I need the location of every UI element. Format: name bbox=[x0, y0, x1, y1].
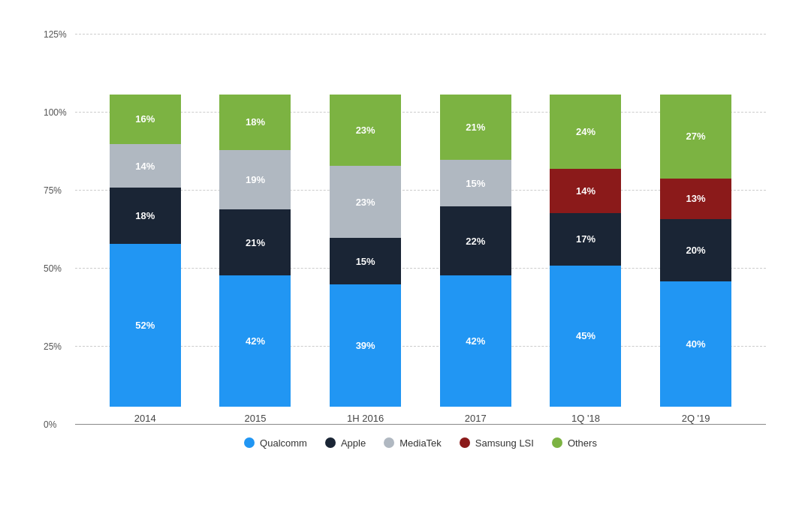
bar-group-2017: 42%22%15%21%2017 bbox=[430, 95, 520, 424]
legend-label: Samsung LSI bbox=[475, 437, 534, 449]
bar-segment-mediatek: 14% bbox=[110, 144, 181, 188]
legend-item-qualcomm: Qualcomm bbox=[244, 437, 307, 449]
bar-segment-qualcomm: 40% bbox=[660, 281, 731, 406]
y-tick-50: 50% bbox=[44, 263, 62, 274]
bar-segment-mediatek: 15% bbox=[440, 160, 511, 206]
bars-wrapper: 52%18%14%16%201442%21%19%18%201539%15%23… bbox=[75, 34, 766, 424]
bar-segment-apple: 15% bbox=[330, 238, 401, 284]
legend-dot-qualcomm bbox=[244, 437, 255, 448]
bar-group-1H2016: 39%15%23%23%1H 2016 bbox=[321, 95, 411, 424]
bar-segment-apple: 21% bbox=[219, 209, 291, 275]
y-tick-25: 25% bbox=[44, 341, 62, 352]
y-tick-125: 125% bbox=[44, 29, 67, 40]
bar-group-2014: 52%18%14%16%2014 bbox=[100, 95, 190, 424]
bar-segment-others: 21% bbox=[440, 95, 511, 160]
chart-area: 125% 100% 75% 50% 25% 0% 52% bbox=[75, 34, 766, 424]
bar-segment-qualcomm: 42% bbox=[219, 275, 291, 407]
legend-label: Apple bbox=[341, 437, 366, 449]
legend-label: MediaTek bbox=[399, 437, 442, 449]
legend: QualcommAppleMediaTekSamsung LSIOthers bbox=[75, 437, 766, 449]
grid-line-0: 0% bbox=[75, 424, 766, 425]
bar-segment-mediatek: 23% bbox=[330, 166, 401, 238]
bar-segment-qualcomm: 45% bbox=[550, 266, 621, 406]
bar-segment-apple: 20% bbox=[660, 219, 731, 281]
legend-item-mediatek: MediaTek bbox=[384, 437, 442, 449]
bar-segment-qualcomm: 39% bbox=[330, 284, 401, 406]
bar-segment-samsung: 13% bbox=[660, 179, 731, 219]
x-axis-label: 1Q '18 bbox=[571, 413, 600, 424]
bar-segment-others: 24% bbox=[550, 95, 621, 170]
bar-group-1Q'18: 45%17%14%24%1Q '18 bbox=[541, 95, 631, 424]
x-axis-label: 2015 bbox=[245, 413, 267, 424]
bar-segment-others: 27% bbox=[660, 95, 731, 179]
legend-item-apple: Apple bbox=[325, 437, 366, 449]
legend-dot-apple bbox=[325, 437, 336, 448]
bar-segment-samsung: 14% bbox=[550, 169, 621, 212]
y-tick-75: 75% bbox=[44, 185, 62, 196]
bar-segment-apple: 18% bbox=[110, 188, 181, 244]
bar-group-2015: 42%21%19%18%2015 bbox=[210, 95, 300, 424]
legend-label: Others bbox=[568, 437, 597, 449]
legend-item-samsung-lsi: Samsung LSI bbox=[460, 437, 534, 449]
bar-segment-apple: 22% bbox=[440, 206, 511, 275]
y-tick-0: 0% bbox=[44, 419, 56, 430]
bar-segment-others: 16% bbox=[110, 95, 181, 145]
bar-segment-mediatek: 19% bbox=[219, 150, 291, 209]
bar-segment-apple: 17% bbox=[550, 213, 621, 266]
chart-container: 125% 100% 75% 50% 25% 0% 52% bbox=[23, 19, 788, 514]
bar-segment-qualcomm: 42% bbox=[440, 275, 511, 407]
bar-segment-others: 18% bbox=[219, 95, 291, 151]
legend-item-others: Others bbox=[552, 437, 597, 449]
legend-dot-mediatek bbox=[384, 437, 394, 448]
legend-label: Qualcomm bbox=[260, 437, 307, 449]
y-tick-100: 100% bbox=[44, 107, 67, 118]
bar-segment-qualcomm: 52% bbox=[110, 244, 181, 406]
x-axis-label: 2014 bbox=[134, 413, 156, 424]
x-axis-label: 2Q '19 bbox=[682, 413, 710, 424]
legend-dot-others bbox=[552, 437, 562, 448]
x-axis-label: 2017 bbox=[465, 413, 487, 424]
x-axis-label: 1H 2016 bbox=[347, 413, 384, 424]
legend-dot-samsung-lsi bbox=[460, 437, 470, 448]
bar-group-2Q'19: 40%20%13%27%2Q '19 bbox=[651, 95, 741, 424]
bar-segment-others: 23% bbox=[330, 95, 401, 167]
